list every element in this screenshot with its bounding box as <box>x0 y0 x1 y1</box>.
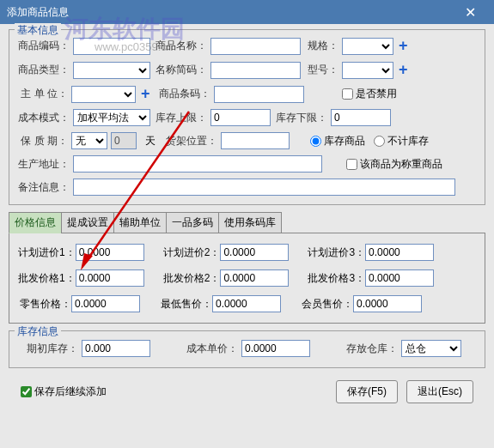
plan2-input[interactable] <box>220 244 289 261</box>
save-button[interactable]: 保存(F5) <box>336 380 398 403</box>
stock-up-label: 库存上限： <box>154 111 207 125</box>
plan2-label: 计划进价2： <box>163 245 221 260</box>
shelf-life-label: 保 质 期： <box>18 134 68 148</box>
titlebar: 添加商品信息 ✕ <box>0 0 494 24</box>
addr-label: 生产地址： <box>18 157 70 172</box>
shelf-pos-input[interactable] <box>221 132 290 149</box>
weigh-checkbox[interactable]: 该商品为称重商品 <box>346 157 442 172</box>
tab-commission[interactable]: 提成设置 <box>61 212 114 233</box>
abbr-label: 名称简码： <box>154 63 207 77</box>
barcode-label: 商品条码： <box>157 87 210 101</box>
unit-label: 主 单 位： <box>18 87 68 101</box>
plan1-label: 计划进价1： <box>18 245 76 260</box>
member-input[interactable] <box>353 295 422 312</box>
disable-checkbox[interactable]: 是否禁用 <box>342 87 397 101</box>
barcode-input[interactable] <box>214 86 304 103</box>
init-stock-label: 期初库存： <box>18 342 78 356</box>
whole1-input[interactable] <box>76 269 144 287</box>
plan3-label: 计划进价3： <box>308 245 365 260</box>
type-label: 商品类型： <box>18 63 70 77</box>
basic-info-group: 基本信息 商品编码： 商品名称： 规格： + 商品类型： 名称简码： 型号： +… <box>9 29 485 205</box>
model-label: 型号： <box>304 63 338 77</box>
close-button[interactable]: ✕ <box>453 0 487 24</box>
shelf-life-select[interactable]: 无 <box>71 132 107 149</box>
unit-add-icon[interactable]: + <box>139 85 152 103</box>
abbr-input[interactable] <box>210 62 301 79</box>
plan3-input[interactable] <box>365 244 434 261</box>
model-select[interactable] <box>342 62 393 79</box>
tab-price[interactable]: 价格信息 <box>9 212 62 233</box>
shelf-pos-label: 货架位置： <box>164 134 217 148</box>
type-select[interactable] <box>73 62 150 79</box>
spec-select[interactable] <box>342 38 393 55</box>
footer-bar: 保存后继续添加 保存(F5) 退出(Esc) <box>9 375 485 409</box>
tab-aux-unit[interactable]: 辅助单位 <box>113 212 167 233</box>
tab-barcode-lib[interactable]: 使用条码库 <box>218 212 282 233</box>
whole1-label: 批发价格1： <box>18 271 76 286</box>
spec-add-icon[interactable]: + <box>397 37 410 55</box>
shelf-life-num <box>111 132 137 149</box>
stock-info-group: 库存信息 期初库存： 成本单价： 存放仓库： 总仓 <box>9 330 485 368</box>
member-label: 会员售价： <box>300 297 353 312</box>
name-input[interactable] <box>210 38 301 55</box>
stock-legend: 库存信息 <box>15 324 61 339</box>
no-stock-radio[interactable]: 不计库存 <box>374 134 429 148</box>
init-stock-input[interactable] <box>82 340 150 357</box>
window-title: 添加商品信息 <box>7 5 453 20</box>
name-label: 商品名称： <box>154 39 207 53</box>
min-input[interactable] <box>212 295 281 312</box>
addr-input[interactable] <box>73 155 322 173</box>
warehouse-select[interactable]: 总仓 <box>401 340 461 357</box>
cost-mode-label: 成本模式： <box>18 111 70 125</box>
exit-button[interactable]: 退出(Esc) <box>406 380 473 403</box>
cost-price-label: 成本单价： <box>171 342 238 356</box>
stock-low-input[interactable] <box>331 109 391 126</box>
tab-bar: 价格信息 提成设置 辅助单位 一品多码 使用条码库 <box>9 212 485 233</box>
stock-goods-radio[interactable]: 库存商品 <box>310 134 365 148</box>
plan1-input[interactable] <box>76 244 144 261</box>
retail-input[interactable] <box>71 295 140 312</box>
unit-select[interactable] <box>71 86 136 103</box>
remark-label: 备注信息： <box>18 180 70 195</box>
cost-mode-select[interactable]: 加权平均法 <box>73 109 150 126</box>
code-label: 商品编码： <box>18 39 70 53</box>
whole2-label: 批发价格2： <box>163 271 221 286</box>
cost-price-input[interactable] <box>241 340 310 357</box>
whole3-input[interactable] <box>365 269 434 287</box>
stock-up-input[interactable] <box>210 109 271 126</box>
basic-legend: 基本信息 <box>15 23 61 38</box>
price-panel: 计划进价1： 计划进价2： 计划进价3： 批发价格1： 批发价格2： 批发价格3… <box>9 233 485 324</box>
whole3-label: 批发价格3： <box>308 271 365 286</box>
spec-label: 规格： <box>304 39 338 53</box>
code-input[interactable] <box>73 38 150 55</box>
model-add-icon[interactable]: + <box>397 61 410 79</box>
whole2-input[interactable] <box>220 269 289 287</box>
remark-input[interactable] <box>73 179 455 196</box>
min-label: 最低售价： <box>159 297 212 312</box>
warehouse-label: 存放仓库： <box>331 342 398 356</box>
retail-label: 零售价格： <box>18 297 71 312</box>
days-label: 天 <box>145 134 156 148</box>
tab-multi-code[interactable]: 一品多码 <box>166 212 219 233</box>
stock-low-label: 库存下限： <box>274 111 327 125</box>
continue-checkbox[interactable]: 保存后继续添加 <box>21 384 107 399</box>
